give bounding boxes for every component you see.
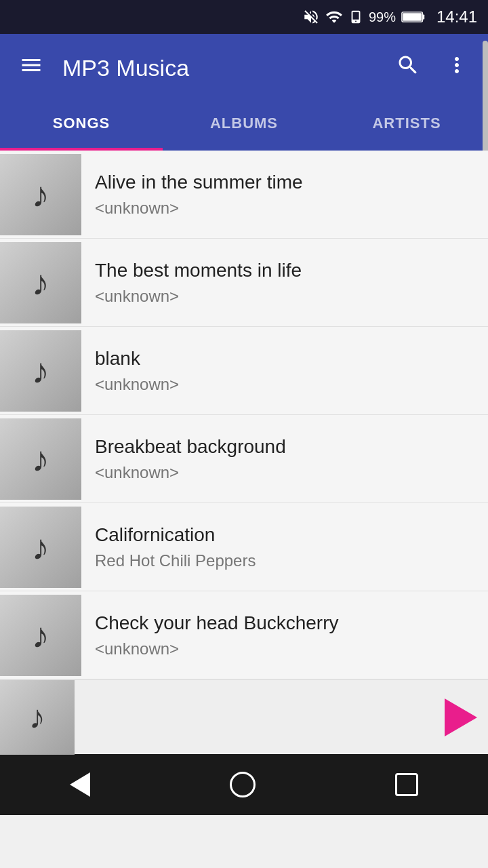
status-time: 14:41: [436, 7, 477, 26]
navigation-bar: [0, 754, 488, 815]
song-artist: <unknown>: [95, 375, 474, 394]
home-icon: [230, 772, 256, 797]
song-thumbnail: ♪: [0, 595, 81, 676]
song-artist: Red Hot Chili Peppers: [95, 551, 474, 570]
now-playing-bar[interactable]: ♪: [0, 679, 488, 754]
song-thumbnail: ♪: [0, 154, 81, 235]
tabs-bar: SONGS ALBUMS ARTISTS: [0, 102, 488, 151]
back-icon: [70, 772, 90, 797]
signal-icon: [348, 8, 363, 26]
song-title: blank: [95, 348, 474, 370]
song-info: Californication Red Hot Chili Peppers: [95, 524, 474, 570]
music-note-icon: ♪: [32, 615, 49, 656]
tab-albums[interactable]: ALBUMS: [163, 102, 325, 151]
tab-songs[interactable]: SONGS: [0, 102, 163, 151]
song-artist: <unknown>: [95, 463, 474, 482]
list-item[interactable]: ♪ Breakbeat background <unknown>: [0, 415, 488, 503]
music-note-icon: ♪: [32, 527, 49, 568]
search-button[interactable]: [390, 47, 426, 89]
song-title: Alive in the summer time: [95, 172, 474, 193]
song-artist: <unknown>: [95, 287, 474, 306]
play-icon: [445, 698, 477, 736]
svg-rect-2: [422, 14, 424, 19]
now-playing-note-icon: ♪: [29, 698, 45, 736]
song-thumbnail: ♪: [0, 242, 81, 323]
back-button[interactable]: [62, 764, 98, 805]
song-info: Alive in the summer time <unknown>: [95, 172, 474, 218]
music-note-icon: ♪: [32, 351, 49, 391]
battery-icon: [401, 9, 426, 24]
song-info: The best moments in life <unknown>: [95, 260, 474, 306]
song-info: Check your head Buckcherry <unknown>: [95, 612, 474, 658]
menu-button[interactable]: [14, 47, 49, 89]
music-note-icon: ♪: [32, 174, 49, 215]
song-info: blank <unknown>: [95, 348, 474, 394]
song-title: The best moments in life: [95, 260, 474, 281]
song-thumbnail: ♪: [0, 330, 81, 412]
recents-icon: [395, 773, 418, 796]
song-title: Check your head Buckcherry: [95, 612, 474, 634]
wifi-icon: [325, 8, 343, 26]
app-title: MP3 Musica: [62, 55, 377, 81]
list-item[interactable]: ♪ Check your head Buckcherry <unknown>: [0, 591, 488, 679]
status-icons: 99% 14:41: [302, 7, 477, 26]
mute-icon: [302, 8, 320, 26]
tab-artists[interactable]: ARTISTS: [325, 102, 488, 151]
song-title: Breakbeat background: [95, 436, 474, 458]
home-button[interactable]: [222, 764, 264, 806]
song-info: Breakbeat background <unknown>: [95, 436, 474, 482]
status-bar: 99% 14:41: [0, 0, 488, 34]
list-item[interactable]: ♪ Californication Red Hot Chili Peppers: [0, 503, 488, 591]
music-note-icon: ♪: [32, 439, 49, 479]
song-thumbnail: ♪: [0, 418, 81, 500]
music-note-icon: ♪: [32, 262, 49, 303]
app-bar: MP3 Musica: [0, 34, 488, 102]
recents-button[interactable]: [387, 765, 426, 804]
more-button[interactable]: [439, 47, 474, 89]
battery-percentage: 99%: [369, 9, 396, 25]
song-artist: <unknown>: [95, 639, 474, 658]
list-item[interactable]: ♪ Alive in the summer time <unknown>: [0, 151, 488, 239]
now-playing-thumbnail: ♪: [0, 680, 75, 755]
play-button[interactable]: [434, 690, 488, 745]
list-item[interactable]: ♪ blank <unknown>: [0, 327, 488, 415]
song-thumbnail: ♪: [0, 507, 81, 588]
svg-rect-1: [403, 13, 422, 21]
song-list: ♪ Alive in the summer time <unknown> ♪ T…: [0, 151, 488, 679]
list-item[interactable]: ♪ The best moments in life <unknown>: [0, 239, 488, 327]
song-title: Californication: [95, 524, 474, 546]
song-artist: <unknown>: [95, 199, 474, 218]
